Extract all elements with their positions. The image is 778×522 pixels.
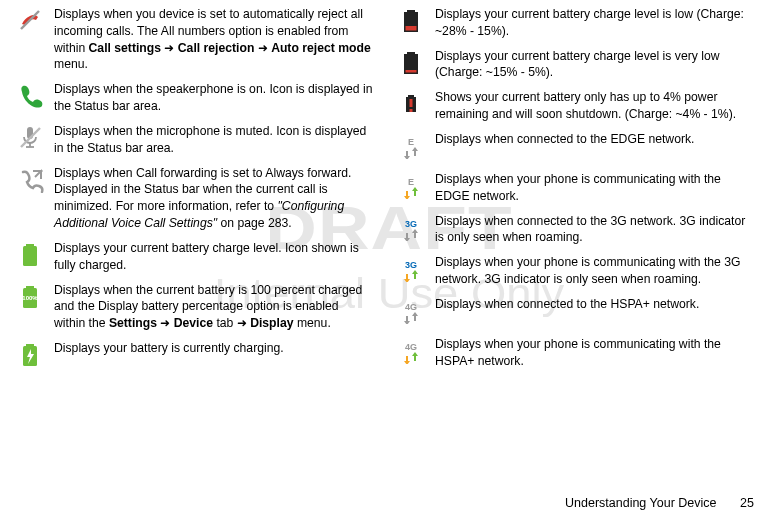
svg-rect-7 — [406, 70, 417, 73]
icon-description-row: 100%Displays when the current battery is… — [14, 282, 373, 332]
svg-rect-41 — [414, 356, 416, 361]
reject-call-icon — [14, 6, 46, 38]
svg-rect-24 — [406, 233, 408, 238]
svg-rect-19 — [406, 191, 408, 196]
icon-description-row: 4GDisplays when connected to the HSPA+ n… — [395, 296, 754, 328]
mic-muted-icon — [14, 123, 46, 155]
description-text: Displays when the current battery is 100… — [54, 282, 373, 332]
svg-text:4G: 4G — [405, 302, 417, 312]
svg-text:3G: 3G — [405, 260, 417, 270]
svg-marker-23 — [404, 238, 410, 241]
description-text: Displays when the speakerphone is on. Ic… — [54, 81, 373, 115]
svg-text:E: E — [408, 177, 414, 187]
icon-description-row: EDisplays when your phone is communicati… — [395, 171, 754, 205]
svg-rect-4 — [406, 26, 417, 31]
battery-charging-icon — [14, 340, 46, 372]
svg-marker-13 — [404, 156, 410, 159]
description-text: Displays when connected to the 3G networ… — [435, 213, 754, 247]
description-text: Displays when your phone is communicatin… — [435, 171, 754, 205]
description-text: Displays when connected to the EDGE netw… — [435, 131, 754, 163]
description-text: Displays your current battery charge lev… — [54, 240, 373, 274]
description-text: Displays when your phone is communicatin… — [435, 336, 754, 370]
svg-marker-25 — [412, 229, 418, 233]
icon-description-row: EDisplays when connected to the EDGE net… — [395, 131, 754, 163]
description-text: Displays your current battery charge lev… — [435, 48, 754, 82]
page-content: Displays when you device is set to autom… — [0, 0, 778, 380]
icon-description-row: 3GDisplays when connected to the 3G netw… — [395, 213, 754, 247]
svg-rect-16 — [414, 151, 416, 156]
svg-text:4G: 4G — [405, 342, 417, 352]
svg-marker-38 — [404, 361, 410, 364]
call-forwarding-icon — [14, 165, 46, 197]
icon-description-row: 4GDisplays when your phone is communicat… — [395, 336, 754, 370]
footer-page-number: 25 — [720, 495, 754, 512]
svg-text:100%: 100% — [22, 295, 38, 301]
icon-description-row: Displays when you device is set to autom… — [14, 6, 373, 73]
battery-very-low-icon — [395, 48, 427, 80]
svg-rect-29 — [406, 274, 408, 279]
right-column: Displays your current battery charge lev… — [395, 6, 754, 380]
icon-description-row: Displays when the speakerphone is on. Ic… — [14, 81, 373, 115]
icon-description-row: Shows your current battery only has up t… — [395, 89, 754, 123]
icon-description-row: 3GDisplays when your phone is communicat… — [395, 254, 754, 288]
description-text: Displays your battery is currently charg… — [54, 340, 373, 372]
svg-marker-30 — [412, 270, 418, 274]
svg-rect-34 — [406, 316, 408, 321]
edge-active-icon: E — [395, 171, 427, 203]
svg-marker-33 — [404, 321, 410, 324]
description-text: Displays when connected to the HSPA+ net… — [435, 296, 754, 328]
svg-marker-20 — [412, 187, 418, 191]
description-text: Shows your current battery only has up t… — [435, 89, 754, 123]
svg-marker-18 — [404, 196, 410, 199]
battery-full-icon — [14, 240, 46, 272]
footer-section: Understanding Your Device — [565, 496, 717, 510]
battery-100pct-icon: 100% — [14, 282, 46, 314]
fourg-active-icon: 4G — [395, 336, 427, 368]
icon-description-row: Displays your current battery charge lev… — [14, 240, 373, 274]
svg-rect-8 — [408, 95, 414, 97]
fourg-connected-icon: 4G — [395, 296, 427, 328]
icon-description-row: Displays when the microphone is muted. I… — [14, 123, 373, 157]
description-text: Displays when you device is set to autom… — [54, 6, 373, 73]
edge-connected-icon: E — [395, 131, 427, 163]
battery-low-icon — [395, 6, 427, 38]
page-footer: Understanding Your Device 25 — [565, 495, 754, 512]
svg-rect-14 — [406, 151, 408, 156]
svg-rect-21 — [414, 191, 416, 196]
speakerphone-icon — [14, 81, 46, 113]
svg-rect-26 — [414, 233, 416, 238]
left-column: Displays when you device is set to autom… — [14, 6, 373, 380]
description-text: Displays when your phone is communicatin… — [435, 254, 754, 288]
battery-critical-icon — [395, 89, 427, 121]
svg-rect-31 — [414, 274, 416, 279]
svg-marker-15 — [412, 147, 418, 151]
svg-marker-40 — [412, 352, 418, 356]
svg-text:3G: 3G — [405, 219, 417, 229]
description-text: Displays your current battery charge lev… — [435, 6, 754, 40]
svg-rect-36 — [414, 316, 416, 321]
svg-rect-10 — [410, 99, 413, 107]
threeg-active-icon: 3G — [395, 254, 427, 286]
svg-rect-11 — [410, 109, 413, 112]
svg-marker-28 — [404, 279, 410, 282]
svg-text:E: E — [408, 137, 414, 147]
icon-description-row: Displays your current battery charge lev… — [395, 48, 754, 82]
threeg-connected-icon: 3G — [395, 213, 427, 245]
icon-description-row: Displays your current battery charge lev… — [395, 6, 754, 40]
description-text: Displays when the microphone is muted. I… — [54, 123, 373, 157]
svg-rect-39 — [406, 356, 408, 361]
description-text: Displays when Call forwarding is set to … — [54, 165, 373, 232]
icon-description-row: Displays when Call forwarding is set to … — [14, 165, 373, 232]
icon-description-row: Displays your battery is currently charg… — [14, 340, 373, 372]
svg-marker-35 — [412, 312, 418, 316]
